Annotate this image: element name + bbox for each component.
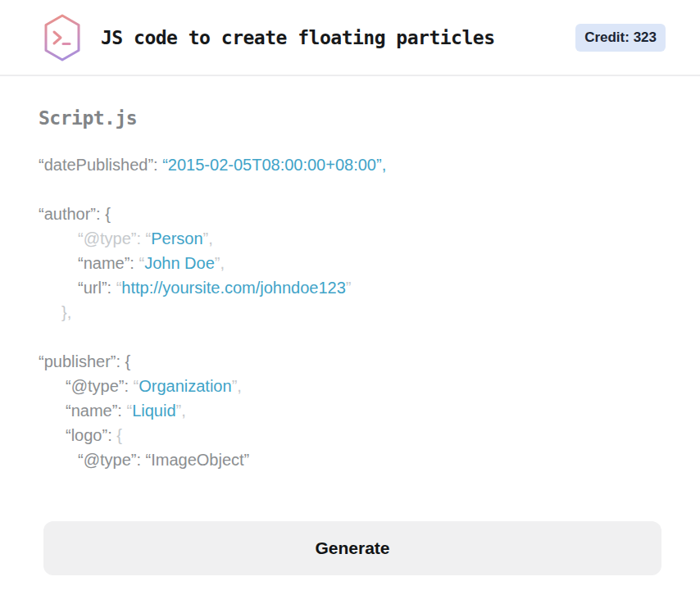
- credit-badge: Credit: 323: [575, 24, 666, 52]
- code-line: “@type”: “Organization”,: [39, 374, 666, 398]
- code-line: “publisher”: {: [39, 349, 666, 374]
- page-title: JS code to create floating particles: [101, 27, 495, 48]
- code-line: },: [39, 300, 666, 325]
- code-line: “@type”: “Person”,: [39, 226, 666, 251]
- code-line: “author”: {: [39, 202, 666, 226]
- code-block: “datePublished”: “2015-02-05T08:00:00+08…: [39, 152, 666, 472]
- code-line: [39, 177, 666, 202]
- code-line: “logo”: {: [39, 423, 666, 447]
- code-line: “url”: “http://yoursite.com/johndoe123”: [39, 275, 666, 300]
- header: JS code to create floating particles Cre…: [0, 0, 700, 76]
- generate-button[interactable]: Generate: [43, 521, 661, 575]
- code-line: “name”: “John Doe”,: [39, 251, 666, 275]
- file-name-heading: Script.js: [39, 107, 666, 129]
- main-content: Script.js “datePublished”: “2015-02-05T0…: [0, 107, 700, 472]
- code-line: “datePublished”: “2015-02-05T08:00:00+08…: [39, 152, 666, 177]
- code-line: “@type”: “ImageObject”: [39, 447, 666, 472]
- code-line: [39, 325, 666, 349]
- terminal-prompt-hexagon-icon: [41, 13, 84, 62]
- code-line: “name”: “Liquid”,: [39, 398, 666, 423]
- button-row: Generate: [43, 521, 661, 575]
